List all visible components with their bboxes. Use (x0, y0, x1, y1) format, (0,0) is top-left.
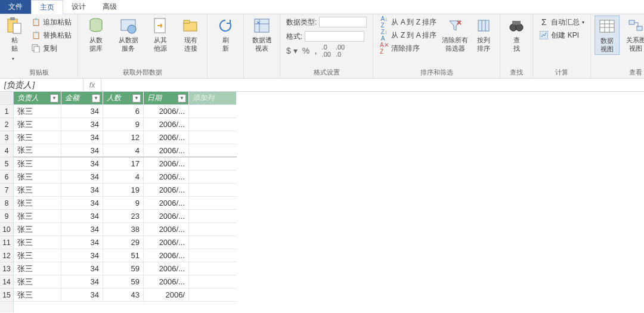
from-other-button[interactable]: 从其 他源 (146, 16, 175, 54)
cell-date[interactable]: 2006/... (144, 223, 189, 236)
cell-name[interactable]: 张三 (14, 289, 61, 302)
row-header[interactable]: 1 (0, 105, 13, 118)
sort-asc-button[interactable]: A↓Z 从 A 到 Z 排序 (377, 16, 439, 29)
cell-count[interactable]: 4 (103, 144, 144, 157)
diagram-view-button[interactable]: 关系图 视图 (623, 16, 644, 54)
column-header-0[interactable]: 负责人▼ (14, 92, 61, 105)
cell-date[interactable]: 2006/... (144, 131, 189, 144)
clear-filter-button[interactable]: 清除所有 筛选器 (442, 16, 467, 54)
cell-count[interactable]: 59 (103, 262, 144, 275)
fx-label[interactable]: fx (83, 79, 101, 91)
cell-date[interactable]: 2006/... (144, 171, 189, 184)
cell-amount[interactable]: 34 (61, 157, 103, 171)
cell-amount[interactable]: 34 (61, 184, 103, 197)
cell-date[interactable]: 2006/... (144, 105, 189, 118)
row-header[interactable]: 13 (0, 262, 13, 275)
cell-date[interactable]: 2006/... (144, 118, 189, 131)
cell-name[interactable]: 张三 (14, 184, 61, 197)
cell-name[interactable]: 张三 (14, 249, 61, 262)
row-header[interactable]: 12 (0, 249, 13, 262)
datatype-picker[interactable]: 数据类型: (284, 16, 369, 29)
row-header[interactable]: 14 (0, 275, 13, 289)
cell-name[interactable]: 张三 (14, 223, 61, 236)
cell-date[interactable]: 2006/... (144, 184, 189, 197)
add-column-header[interactable]: 添加列 (189, 92, 237, 105)
cell-amount[interactable]: 34 (61, 223, 103, 236)
cell-name[interactable]: 张三 (14, 105, 61, 118)
autosum-button[interactable]: Σ 自动汇总 ▾ (537, 16, 587, 29)
cell-count[interactable]: 29 (103, 236, 144, 249)
row-header[interactable]: 7 (0, 184, 13, 197)
cell-date[interactable]: 2006/... (144, 157, 189, 171)
cell-count[interactable]: 59 (103, 275, 144, 289)
tab-advanced[interactable]: 高级 (94, 0, 125, 14)
cell-amount[interactable]: 34 (61, 197, 103, 210)
cell-name[interactable]: 张三 (14, 236, 61, 249)
cell-count[interactable]: 43 (103, 289, 144, 302)
cell-date[interactable]: 2006/... (144, 236, 189, 249)
cell-amount[interactable]: 34 (61, 275, 103, 289)
cell-name[interactable]: 张三 (14, 262, 61, 275)
find-button[interactable]: 查 找 (504, 16, 529, 54)
cell-date[interactable]: 2006/... (144, 197, 189, 210)
cell-name[interactable]: 张三 (14, 197, 61, 210)
cell-count[interactable]: 23 (103, 210, 144, 223)
create-kpi-button[interactable]: 创建 KPI (537, 29, 587, 42)
tab-design[interactable]: 设计 (63, 0, 94, 14)
cell-date[interactable]: 2006/... (144, 144, 189, 157)
increase-decimal-button[interactable]: .0.00 (322, 44, 331, 58)
cell-count[interactable]: 12 (103, 131, 144, 144)
percent-button[interactable]: % (302, 46, 309, 55)
cell-amount[interactable]: 34 (61, 131, 103, 144)
cell-amount[interactable]: 34 (61, 118, 103, 131)
column-header-1[interactable]: 金额▼ (61, 92, 103, 105)
cell-count[interactable]: 38 (103, 223, 144, 236)
from-database-button[interactable]: 从数 据库 (82, 16, 110, 54)
sort-bycol-button[interactable]: 按列 排序 (471, 16, 496, 54)
cell-name[interactable]: 张三 (14, 157, 61, 171)
row-header[interactable]: 8 (0, 197, 13, 210)
append-paste-button[interactable]: 📋 追加粘贴 (29, 16, 74, 29)
row-header[interactable]: 15 (0, 289, 13, 302)
row-header[interactable]: 3 (0, 131, 13, 144)
tab-home[interactable]: 主页 (31, 0, 63, 14)
corner-cell[interactable] (0, 92, 13, 105)
column-header-3[interactable]: 日期▼ (144, 92, 189, 105)
row-header[interactable]: 6 (0, 171, 13, 184)
data-view-button[interactable]: 数据 视图 (595, 16, 620, 55)
name-box[interactable]: [负责人] (0, 79, 83, 91)
tab-file[interactable]: 文件 (0, 0, 31, 14)
cell-count[interactable]: 6 (103, 105, 144, 118)
cell-amount[interactable]: 34 (61, 144, 103, 157)
filter-caret-icon[interactable]: ▼ (178, 94, 186, 103)
replace-paste-button[interactable]: 📋 替换粘贴 (29, 29, 74, 42)
cell-date[interactable]: 2006/... (144, 275, 189, 289)
copy-button[interactable]: 复制 (29, 42, 74, 55)
cell-count[interactable]: 9 (103, 197, 144, 210)
cell-date[interactable]: 2006/... (144, 262, 189, 275)
currency-button[interactable]: $ ▾ (286, 46, 298, 55)
cell-date[interactable]: 2006/... (144, 210, 189, 223)
cell-amount[interactable]: 34 (61, 105, 103, 118)
sort-clear-button[interactable]: A✕Z 清除排序 (377, 42, 439, 55)
cell-name[interactable]: 张三 (14, 118, 61, 131)
cell-amount[interactable]: 34 (61, 262, 103, 275)
cell-amount[interactable]: 34 (61, 171, 103, 184)
cell-name[interactable]: 张三 (14, 275, 61, 289)
sort-desc-button[interactable]: Z↓A 从 Z 到 A 排序 (377, 29, 439, 42)
row-header[interactable]: 4 (0, 144, 13, 157)
refresh-button[interactable]: 刷 新 (211, 16, 240, 54)
cell-count[interactable]: 9 (103, 118, 144, 131)
cell-count[interactable]: 51 (103, 249, 144, 262)
cell-amount[interactable]: 34 (61, 210, 103, 223)
cell-count[interactable]: 4 (103, 171, 144, 184)
comma-button[interactable]: , (314, 45, 317, 56)
cell-date[interactable]: 2006/... (144, 249, 189, 262)
cell-amount[interactable]: 34 (61, 249, 103, 262)
pivot-button[interactable]: 数据透 视表 (247, 16, 276, 54)
row-header[interactable]: 11 (0, 236, 13, 249)
cell-date[interactable]: 2006/ (144, 289, 189, 302)
row-header[interactable]: 10 (0, 223, 13, 236)
cell-count[interactable]: 19 (103, 184, 144, 197)
column-header-2[interactable]: 人数▼ (103, 92, 144, 105)
